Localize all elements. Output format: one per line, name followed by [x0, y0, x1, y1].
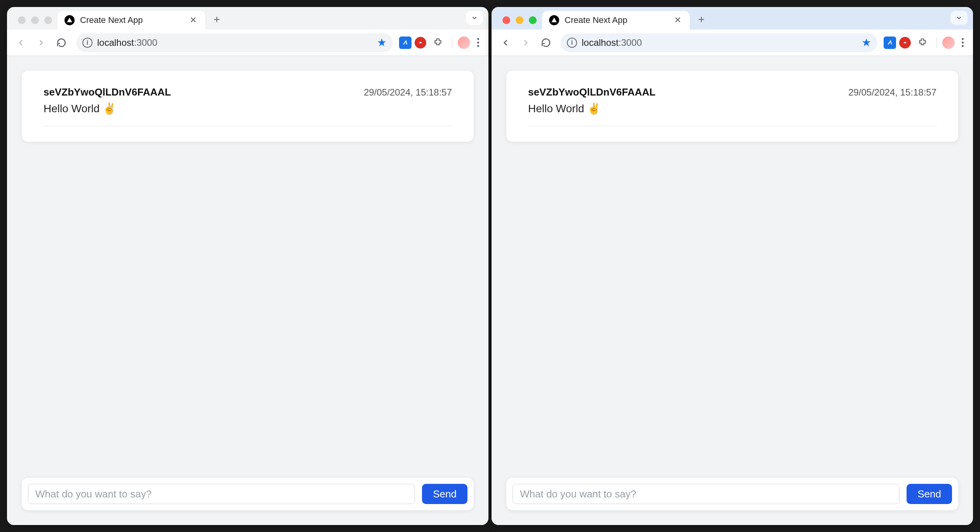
traffic-minimize-icon[interactable]: [516, 16, 523, 24]
profile-avatar[interactable]: [942, 37, 955, 49]
page-content: seVZbYwoQlLDnV6FAAAL 29/05/2024, 15:18:5…: [492, 56, 973, 525]
browser-window-left: Create Next App ✕ + i localhost:3000 ★: [7, 7, 488, 525]
extensions-icon[interactable]: [914, 34, 931, 51]
new-tab-button[interactable]: +: [209, 12, 225, 27]
tab-close-icon[interactable]: ✕: [673, 15, 683, 25]
message-card: seVZbYwoQlLDnV6FAAAL 29/05/2024, 15:18:5…: [22, 71, 474, 142]
favicon-icon: [65, 15, 75, 25]
message-timestamp: 29/05/2024, 15:18:57: [364, 87, 452, 98]
reload-button[interactable]: [53, 34, 70, 51]
address-bar[interactable]: i localhost:3000 ★: [561, 33, 877, 52]
extension-2-icon[interactable]: [415, 37, 426, 49]
toolbar-separator: [452, 37, 452, 48]
traffic-close-icon[interactable]: [18, 16, 26, 24]
message-username: seVZbYwoQlLDnV6FAAAL: [528, 86, 656, 98]
traffic-zoom-icon[interactable]: [529, 16, 537, 24]
traffic-zoom-icon[interactable]: [44, 16, 52, 24]
page-content: seVZbYwoQlLDnV6FAAAL 29/05/2024, 15:18:5…: [7, 56, 488, 525]
bookmark-star-icon[interactable]: ★: [861, 36, 871, 49]
back-button[interactable]: [497, 34, 514, 51]
chrome-menu-icon[interactable]: [958, 38, 968, 47]
message-header: seVZbYwoQlLDnV6FAAAL 29/05/2024, 15:18:5…: [44, 86, 452, 98]
message-username: seVZbYwoQlLDnV6FAAAL: [44, 86, 171, 98]
browser-tab[interactable]: Create Next App ✕: [58, 11, 205, 30]
favicon-icon: [549, 15, 559, 25]
message-input[interactable]: [513, 484, 900, 504]
message-body: Hello World ✌️: [528, 102, 936, 115]
site-info-icon[interactable]: i: [567, 38, 577, 48]
extension-2-icon[interactable]: [899, 37, 911, 49]
url-text: localhost:3000: [582, 37, 857, 48]
forward-button[interactable]: [517, 34, 534, 51]
tab-strip: Create Next App ✕ +: [7, 7, 488, 30]
extensions-icon[interactable]: [429, 34, 446, 51]
extension-1-icon[interactable]: [399, 37, 412, 49]
address-bar[interactable]: i localhost:3000 ★: [76, 33, 393, 52]
send-button[interactable]: Send: [422, 484, 467, 504]
message-body: Hello World ✌️: [44, 102, 452, 115]
send-button[interactable]: Send: [907, 484, 952, 504]
back-button[interactable]: [12, 34, 30, 51]
tab-title: Create Next App: [565, 15, 667, 25]
toolbar: i localhost:3000 ★: [7, 30, 488, 56]
browser-tab[interactable]: Create Next App ✕: [542, 11, 690, 30]
tab-close-icon[interactable]: ✕: [188, 15, 198, 25]
extension-1-icon[interactable]: [884, 37, 896, 49]
bookmark-star-icon[interactable]: ★: [377, 36, 387, 49]
url-text: localhost:3000: [97, 37, 372, 48]
new-tab-button[interactable]: +: [694, 12, 709, 27]
message-composer: Send: [22, 478, 474, 510]
forward-button[interactable]: [33, 34, 50, 51]
toolbar: i localhost:3000 ★: [492, 30, 973, 56]
site-info-icon[interactable]: i: [82, 38, 92, 48]
chrome-menu-icon[interactable]: [473, 38, 483, 47]
message-header: seVZbYwoQlLDnV6FAAAL 29/05/2024, 15:18:5…: [528, 86, 936, 98]
browser-window-right: Create Next App ✕ + i localhost:3000 ★: [492, 7, 973, 525]
traffic-close-icon[interactable]: [502, 16, 510, 24]
message-composer: Send: [506, 478, 958, 510]
tab-title: Create Next App: [80, 15, 183, 25]
message-card: seVZbYwoQlLDnV6FAAAL 29/05/2024, 15:18:5…: [506, 71, 958, 142]
reload-button[interactable]: [537, 34, 555, 51]
traffic-lights: [497, 16, 542, 30]
profile-avatar[interactable]: [458, 37, 470, 49]
traffic-minimize-icon[interactable]: [31, 16, 39, 24]
message-row: seVZbYwoQlLDnV6FAAAL 29/05/2024, 15:18:5…: [44, 86, 452, 126]
tab-search-button[interactable]: [466, 11, 483, 25]
message-input[interactable]: [28, 484, 415, 504]
tab-strip: Create Next App ✕ +: [492, 7, 973, 30]
message-timestamp: 29/05/2024, 15:18:57: [848, 87, 936, 98]
tab-search-button[interactable]: [950, 11, 968, 25]
traffic-lights: [12, 16, 58, 30]
toolbar-separator: [936, 37, 937, 48]
message-row: seVZbYwoQlLDnV6FAAAL 29/05/2024, 15:18:5…: [528, 86, 936, 126]
